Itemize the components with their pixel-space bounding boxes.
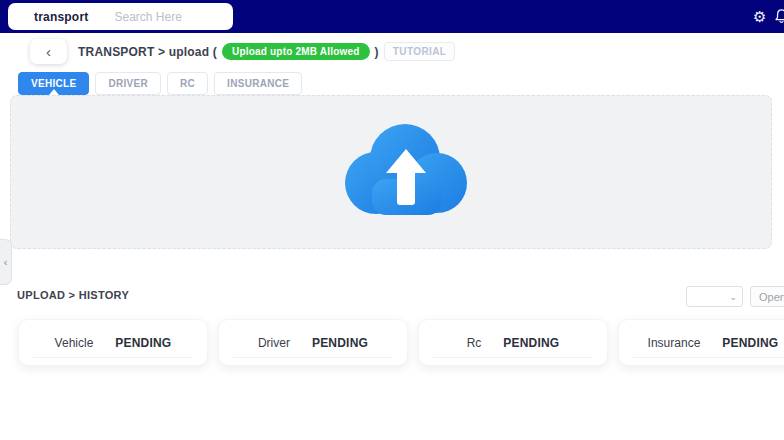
card-divider [433, 357, 593, 358]
history-card-insurance[interactable]: Insurance PENDING [618, 319, 784, 366]
tab-vehicle[interactable]: VEHICLE [18, 72, 89, 95]
status-badge: PENDING [312, 336, 368, 350]
card-divider [633, 357, 784, 358]
status-badge: PENDING [115, 336, 171, 350]
breadcrumb-close-paren: ) [375, 45, 379, 59]
status-badge: PENDING [722, 336, 778, 350]
bell-icon[interactable] [773, 0, 784, 33]
breadcrumb: TRANSPORT > upload ( Upload upto 2MB All… [78, 39, 455, 64]
upload-limit-badge: Upload upto 2MB Allowed [222, 43, 370, 60]
back-button[interactable]: ‹ [30, 39, 67, 64]
history-card-vehicle[interactable]: Vehicle PENDING [18, 319, 208, 366]
history-section-title: UPLOAD > HISTORY [17, 289, 129, 301]
upload-dropzone[interactable] [10, 95, 772, 249]
document-tabs: VEHICLE DRIVER RC INSURANCE [18, 72, 302, 95]
history-cards: Vehicle PENDING Driver PENDING Rc PENDIN… [18, 319, 784, 366]
chevron-down-icon: ⌄ [729, 292, 737, 302]
status-badge: PENDING [503, 336, 559, 350]
tab-driver[interactable]: DRIVER [95, 72, 161, 95]
history-filter-select[interactable]: ⌄ [686, 286, 743, 307]
gear-icon[interactable]: ⚙ [753, 0, 766, 33]
navbar-search-pill: transport [8, 3, 233, 30]
tab-rc[interactable]: RC [167, 72, 208, 95]
card-divider [33, 357, 193, 358]
tutorial-button[interactable]: TUTORIAL [384, 42, 456, 61]
card-label: Driver [258, 336, 290, 350]
search-input[interactable] [112, 9, 231, 25]
card-label: Insurance [648, 336, 701, 350]
brand-label: transport [34, 10, 88, 24]
tab-insurance[interactable]: INSURANCE [214, 72, 302, 95]
card-label: Rc [467, 336, 482, 350]
page-header: ‹ TRANSPORT > upload ( Upload upto 2MB A… [0, 33, 784, 67]
history-card-rc[interactable]: Rc PENDING [418, 319, 608, 366]
card-divider [233, 357, 393, 358]
top-navbar: transport ⚙ [0, 0, 784, 33]
sidebar-collapse-handle[interactable]: ‹ [0, 239, 12, 285]
open-web-button[interactable]: Open Wel [750, 286, 784, 307]
breadcrumb-text: TRANSPORT > upload ( [78, 45, 217, 59]
history-card-driver[interactable]: Driver PENDING [218, 319, 408, 366]
cloud-upload-icon [338, 119, 474, 225]
card-label: Vehicle [55, 336, 94, 350]
